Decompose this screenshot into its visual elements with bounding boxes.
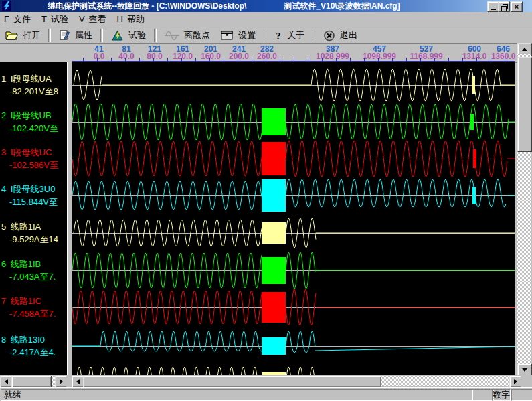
channel-name: 3 Ⅰ段母线UC (1, 147, 52, 159)
ruler-time-label: 200.0 (229, 52, 249, 61)
channel-range: -7.043A至7. (9, 271, 56, 283)
fault-marker-block-ch4 (262, 179, 286, 212)
menu-hotkey: H (117, 14, 123, 24)
close-icon: × (515, 3, 519, 11)
app-icon (2, 1, 11, 11)
waveform-canvas[interactable] (72, 62, 515, 375)
ruler-time-label: 120.0 (173, 52, 193, 61)
toolbar-button-试验[interactable]: 试验 (106, 28, 151, 43)
channel-range: -2.417A至4. (9, 347, 56, 359)
vertical-scroll-thumb[interactable] (517, 57, 532, 152)
scrollbar-gap (66, 375, 72, 387)
toolbar-button-label: 退出 (340, 29, 357, 42)
fault-marker-block-ch3 (262, 142, 286, 175)
time-ruler[interactable]: 410.08140.012180.0161120.0201160.0241200… (0, 43, 517, 63)
waveform-ch8 (286, 331, 315, 353)
folder-open-icon (5, 30, 18, 41)
ruler-time-label: 1028.999 (316, 52, 349, 61)
label-scroll-track[interactable] (11, 376, 55, 386)
toolbar-button-关于[interactable]: ?关于 (269, 28, 310, 43)
status-bar: 就绪 数字 (0, 387, 532, 401)
toolbar-separator (48, 29, 51, 42)
ruler-time-label: 40.0 (118, 52, 134, 61)
menu-item-查看[interactable]: V查看 (75, 12, 113, 27)
triangle-down-icon (522, 368, 527, 372)
cursor-mark-ch4 (472, 187, 476, 204)
triangle-right-icon (514, 379, 517, 384)
application-window: 继电保护测试系统--故障回放 - [C:\WINDOWS\Desktop\ 测试… (0, 0, 532, 401)
waveform-svg (72, 62, 515, 375)
menu-item-文件[interactable]: F文件 (0, 12, 37, 27)
menu-item-label: 试验 (51, 14, 68, 24)
channel-name: 6 线路1IB (1, 258, 41, 270)
cursor-mark-ch2 (470, 114, 474, 130)
menu-hotkey: F (4, 14, 9, 24)
fault-marker-block-ch8 (262, 337, 286, 355)
label-horizontal-scrollbar[interactable] (0, 375, 66, 387)
ruler-time-label: 1098.999 (363, 52, 396, 61)
ruler-time-label: 0.0 (94, 52, 105, 61)
toolbar-button-打开[interactable]: 打开 (0, 28, 46, 43)
resize-corner (521, 375, 532, 387)
channel-range: -82.201V至8 (9, 86, 58, 98)
channel-range: -102.420V至 (9, 123, 58, 135)
triangle-left-icon (5, 379, 8, 384)
fault-marker-block-ch7 (262, 292, 286, 323)
fault-marker-block-ch5 (262, 222, 286, 244)
wave-scroll-track[interactable] (83, 376, 509, 386)
waveform-ch9 (76, 367, 262, 375)
wave-scroll-thumb[interactable] (83, 376, 381, 388)
svg-text:*: * (226, 33, 228, 40)
toolbar-button-设置[interactable]: *设置 (215, 28, 261, 43)
toolbar-button-属性[interactable]: 属性 (54, 28, 98, 43)
num-lock-indicator: 数字 (492, 389, 511, 401)
minimize-icon (491, 9, 496, 10)
toolbar-separator (154, 29, 157, 42)
toolbar-button-离散点[interactable]: 离散点 (159, 28, 215, 43)
menu-item-试验[interactable]: T试验 (37, 12, 75, 27)
restore-icon (501, 4, 507, 10)
triangle-left-icon (76, 379, 80, 384)
cursor-mark-ch3 (473, 149, 476, 168)
circle-x-icon (323, 30, 335, 42)
ruler-time-label: 1360.0 (491, 52, 516, 61)
vertical-scroll-track[interactable] (517, 54, 531, 364)
channel-range: -115.844V至 (9, 196, 58, 208)
title-bar[interactable]: 继电保护测试系统--故障回放 - [C:\WINDOWS\Desktop\ 测试… (0, 0, 532, 12)
toolbar-button-label: 离散点 (184, 29, 210, 42)
asterisk-box-icon: * (221, 30, 234, 41)
channel-range: -7.458A至7. (9, 308, 56, 320)
toolbar-button-label: 关于 (287, 29, 304, 42)
cursor-mark-ch1 (472, 76, 475, 94)
menu-bar: F文件T试验V查看H帮助 (0, 12, 532, 27)
wave-vertical-scrollbar[interactable] (517, 43, 532, 375)
toolbar-separator (264, 29, 266, 42)
toolbar-separator (100, 29, 103, 42)
channel-range: -102.586V至 (9, 159, 58, 171)
status-panel-empty (472, 389, 494, 401)
toolbar: 打开属性试验离散点*设置?关于退出 (0, 27, 532, 44)
toolbar-button-退出[interactable]: 退出 (318, 28, 363, 43)
restore-button[interactable] (498, 1, 510, 12)
close-button[interactable]: × (511, 1, 523, 12)
label-scroll-thumb[interactable] (11, 376, 52, 388)
sine-wave-icon (165, 30, 179, 42)
lightning-bolt-icon (111, 30, 124, 42)
wave-horizontal-scrollbar[interactable] (72, 375, 521, 387)
fault-marker-block-ch2 (262, 108, 286, 135)
menu-item-label: 帮助 (127, 14, 145, 24)
ruler-time-label: 260.0 (257, 52, 277, 61)
triangle-right-icon (60, 379, 63, 384)
channel-name: 2 Ⅰ段母线UB (1, 110, 52, 122)
waveform-ch8 (315, 347, 515, 351)
status-panel-empty-2 (511, 389, 532, 401)
window-title: 继电保护测试系统--故障回放 - [C:\WINDOWS\Desktop\ (48, 1, 246, 12)
menu-item-帮助[interactable]: H帮助 (113, 12, 151, 27)
channel-name: 4 Ⅰ段母线3U0 (1, 183, 55, 195)
channel-name: 5 线路1IA (1, 221, 41, 233)
toolbar-separator (313, 29, 315, 42)
menu-hotkey: T (41, 14, 47, 24)
channel-name: 7 线路1IC (1, 295, 41, 307)
ruler-time-label: 1314.0 (462, 52, 487, 61)
channel-name: 1 Ⅰ段母线UA (1, 73, 52, 85)
